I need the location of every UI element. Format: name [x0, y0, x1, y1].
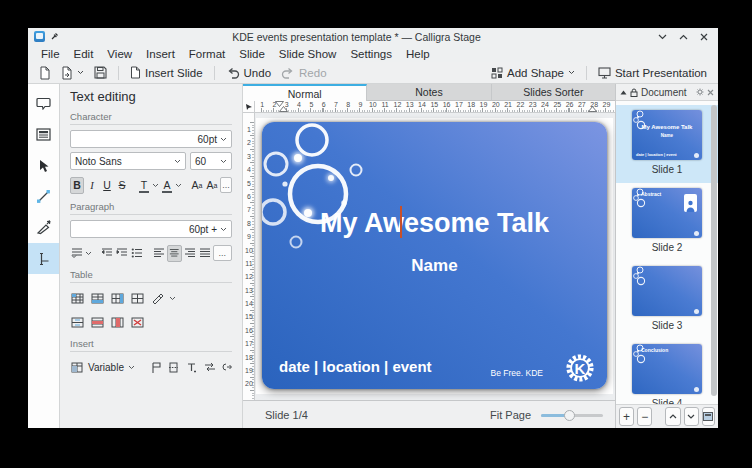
menu-help[interactable]: Help [399, 48, 437, 60]
save-button[interactable] [91, 65, 110, 80]
align-left-button[interactable] [152, 245, 166, 262]
list-scrollbar[interactable] [711, 105, 717, 396]
right-indent-marker[interactable] [588, 106, 597, 112]
menu-insert[interactable]: Insert [139, 48, 182, 60]
lock-icon[interactable] [630, 88, 638, 97]
align-right-button[interactable] [183, 245, 197, 262]
menu-settings[interactable]: Settings [343, 48, 399, 60]
insert-row-button[interactable] [90, 290, 105, 307]
redo-button[interactable]: Redo [278, 66, 330, 80]
insert-link-button[interactable] [221, 359, 235, 376]
font-family-combo[interactable]: Noto Sans [70, 152, 186, 170]
pin-icon[interactable] [50, 32, 59, 41]
text-direction-button[interactable] [203, 359, 217, 376]
menu-slide-show[interactable]: Slide Show [272, 48, 344, 60]
basic-shape-tool[interactable] [28, 88, 59, 119]
slide-thumbnail-item[interactable]: My Awesome Talk Name date | location | e… [616, 105, 718, 183]
delete-row-button[interactable] [90, 314, 105, 331]
increase-indent-button[interactable] [115, 245, 129, 262]
slide-footer-text[interactable]: date | location | event [279, 358, 432, 375]
insert-table-button[interactable] [70, 290, 85, 307]
line-spacing-dropdown[interactable] [85, 251, 92, 256]
add-shape-button[interactable]: Add Shape [488, 66, 578, 80]
slide-editing-area[interactable]: My Awesome Talk Name date | location | e… [262, 122, 607, 389]
selection-arrow-tool[interactable] [28, 150, 59, 181]
dock-close-icon[interactable] [707, 89, 714, 96]
insert-special-character-button[interactable] [70, 359, 84, 376]
border-pen-dropdown[interactable] [169, 296, 176, 301]
zoom-mode-label[interactable]: Fit Page [490, 409, 531, 421]
text-tool[interactable] [28, 243, 59, 274]
dock-settings-gear-icon[interactable] [696, 88, 704, 96]
move-slide-up-button[interactable] [665, 407, 680, 426]
insert-slide-button[interactable]: Insert Slide [127, 65, 206, 80]
slide-subtitle-text[interactable]: Name [262, 256, 607, 276]
font-size-combo[interactable]: 60 [190, 152, 232, 170]
paragraph-more-button[interactable]: ... [213, 245, 233, 261]
superscript-button[interactable]: Aa [190, 177, 204, 194]
align-center-button[interactable] [167, 245, 182, 262]
menu-file[interactable]: File [34, 48, 67, 60]
menu-edit[interactable]: Edit [67, 48, 101, 60]
insert-page-break-button[interactable] [167, 359, 181, 376]
slide-thumbnail-item[interactable]: Conclusion Slide 4 [616, 339, 718, 404]
tab-slides-sorter[interactable]: Slides Sorter [492, 84, 615, 101]
variable-label[interactable]: Variable [88, 362, 124, 373]
delete-column-button[interactable] [110, 314, 125, 331]
insert-text-frame-button[interactable] [185, 359, 199, 376]
highlight-color-button[interactable]: A [160, 177, 174, 194]
left-indent-marker[interactable] [279, 106, 288, 112]
line-spacing-button[interactable] [70, 245, 84, 262]
menu-slide[interactable]: Slide [232, 48, 272, 60]
zoom-slider[interactable] [541, 409, 603, 421]
variable-dropdown[interactable] [128, 365, 135, 370]
delete-table-button[interactable] [130, 314, 145, 331]
bold-button[interactable]: B [70, 177, 84, 194]
slide-thumbnail[interactable]: Abstract [632, 188, 702, 238]
align-justify-button[interactable] [198, 245, 212, 262]
split-cells-button[interactable] [130, 290, 145, 307]
subscript-button[interactable]: Aa [205, 177, 219, 194]
slide-thumbnail[interactable]: My Awesome Talk Name date | location | e… [632, 110, 702, 160]
slide-properties-button[interactable] [702, 407, 715, 426]
close-button[interactable] [696, 30, 712, 44]
open-document-button[interactable] [58, 65, 87, 81]
move-slide-down-button[interactable] [684, 407, 699, 426]
paragraph-style-combo[interactable]: 60pt + [70, 220, 232, 238]
insert-column-button[interactable] [110, 290, 125, 307]
remove-slide-button[interactable]: − [637, 407, 652, 426]
menu-format[interactable]: Format [182, 48, 232, 60]
slide-layout-tool[interactable] [28, 119, 59, 150]
slide-thumbnail-item[interactable]: Slide 3 [616, 261, 718, 339]
text-color-button[interactable]: T [137, 177, 151, 194]
slide-title-text[interactable]: My Awesome Talk [262, 208, 607, 239]
menu-view[interactable]: View [100, 48, 139, 60]
text-color-dropdown[interactable] [152, 183, 159, 188]
collapse-icon[interactable] [620, 90, 627, 95]
zoom-slider-handle[interactable] [564, 410, 575, 421]
list-format-button[interactable] [130, 245, 144, 262]
slide-thumbnail[interactable] [632, 266, 702, 316]
insert-bookmark-button[interactable] [149, 359, 163, 376]
merge-cells-button[interactable] [70, 314, 85, 331]
connection-line-tool[interactable] [28, 181, 59, 212]
highlight-color-dropdown[interactable] [175, 183, 182, 188]
slide-canvas[interactable]: My Awesome Talk Name date | location | e… [255, 113, 615, 400]
tab-notes[interactable]: Notes [367, 84, 491, 101]
slide-thumbnail-item[interactable]: Abstract Slide 2 [616, 183, 718, 261]
slide-thumbnail[interactable]: Conclusion [632, 344, 702, 394]
strikethrough-button[interactable]: S [115, 177, 129, 194]
character-more-button[interactable]: ... [220, 177, 232, 193]
undo-button[interactable]: Undo [223, 66, 275, 80]
start-presentation-button[interactable]: Start Presentation [595, 66, 710, 80]
new-document-button[interactable] [36, 65, 54, 81]
italic-button[interactable]: I [85, 177, 99, 194]
add-slide-button[interactable]: + [619, 407, 634, 426]
freehand-path-tool[interactable] [28, 212, 59, 243]
maximize-button[interactable] [675, 30, 691, 44]
underline-button[interactable]: U [100, 177, 114, 194]
decrease-indent-button[interactable] [100, 245, 114, 262]
tab-normal[interactable]: Normal [243, 84, 367, 101]
border-pen-button[interactable] [150, 290, 164, 307]
character-style-combo[interactable]: 60pt [70, 130, 232, 148]
